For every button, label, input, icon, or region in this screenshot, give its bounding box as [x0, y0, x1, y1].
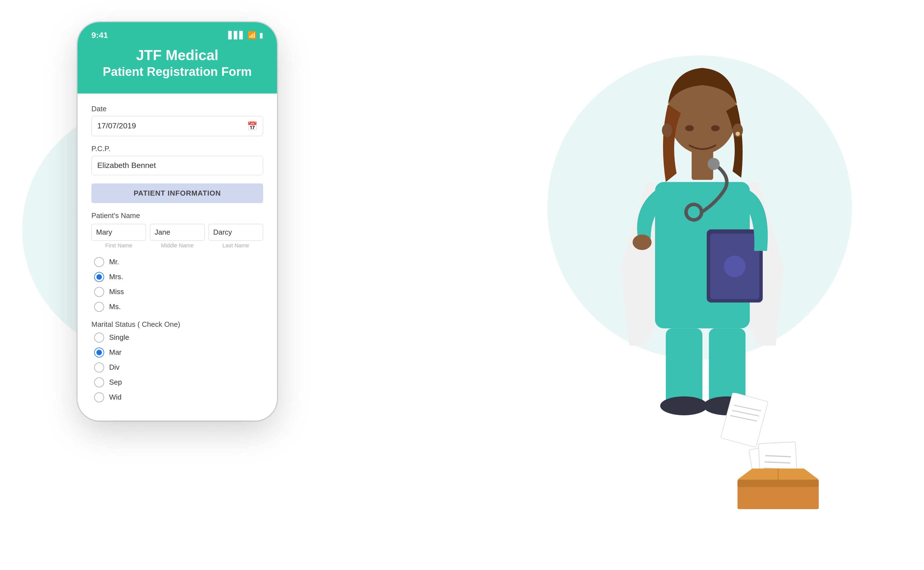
app-title-line1: JTF Medical — [91, 46, 263, 64]
radio-label-ms: Ms. — [109, 302, 121, 311]
name-fields: Mary First Name Jane Middle Name — [91, 224, 263, 249]
radio-mrs[interactable]: Mrs. — [94, 272, 263, 282]
title-radio-group: Mr. Mrs. Miss Ms. — [91, 257, 263, 312]
first-name-group: Mary First Name — [91, 224, 146, 249]
radio-circle-wid — [94, 392, 104, 402]
middle-name-label: Middle Name — [150, 242, 204, 249]
doctor-illustration — [592, 44, 813, 432]
battery-icon: ▮ — [259, 31, 263, 40]
status-bar: 9:41 ▋▋▋ 📶 ▮ — [91, 31, 263, 40]
radio-sep[interactable]: Sep — [94, 377, 263, 388]
radio-label-mr: Mr. — [109, 257, 119, 266]
last-name-input[interactable]: Darcy — [209, 224, 263, 241]
svg-point-17 — [711, 125, 720, 131]
svg-point-15 — [736, 132, 740, 136]
first-name-label: First Name — [91, 242, 146, 249]
status-icons: ▋▋▋ 📶 ▮ — [228, 31, 263, 40]
date-group: Date 17/07/2019 📅 — [91, 104, 263, 136]
scene: 9:41 ▋▋▋ 📶 ▮ JTF Medical Patient Registr… — [0, 0, 924, 570]
radio-circle-mar — [94, 348, 104, 357]
phone-body: 9:41 ▋▋▋ 📶 ▮ JTF Medical Patient Registr… — [78, 22, 277, 421]
pcp-value: Elizabeth Bennet — [97, 161, 156, 170]
radio-circle-sep — [94, 377, 104, 388]
radio-miss[interactable]: Miss — [94, 287, 263, 297]
svg-rect-24 — [738, 480, 819, 487]
radio-label-mrs: Mrs. — [109, 273, 123, 281]
app-title-line2: Patient Registration Form — [91, 64, 263, 80]
status-time: 9:41 — [91, 31, 108, 40]
radio-label-single: Single — [109, 333, 129, 342]
calendar-icon: 📅 — [247, 121, 257, 131]
svg-point-4 — [708, 158, 720, 170]
last-name-label: Last Name — [209, 242, 263, 249]
patient-name-label: Patient's Name — [91, 211, 263, 220]
marital-status-group: Marital Status ( Check One) Single Mar — [91, 320, 263, 402]
radio-circle-div — [94, 363, 104, 372]
first-name-value: Mary — [96, 228, 112, 236]
phone-header: 9:41 ▋▋▋ 📶 ▮ JTF Medical Patient Registr… — [78, 22, 277, 93]
last-name-value: Darcy — [213, 228, 232, 236]
marital-status-label: Marital Status ( Check One) — [91, 320, 263, 329]
svg-point-16 — [685, 125, 694, 131]
form-body: Date 17/07/2019 📅 P.C.P. Elizabeth Benne… — [78, 93, 277, 421]
svg-point-7 — [724, 256, 746, 277]
box-illustration — [730, 437, 841, 515]
date-label: Date — [91, 104, 263, 113]
middle-name-group: Jane Middle Name — [150, 224, 204, 249]
date-input[interactable]: 17/07/2019 📅 — [91, 116, 263, 136]
middle-name-input[interactable]: Jane — [150, 224, 204, 241]
pcp-input[interactable]: Elizabeth Bennet — [91, 156, 263, 175]
phone-frame: 9:41 ▋▋▋ 📶 ▮ JTF Medical Patient Registr… — [78, 22, 277, 421]
radio-circle-mr — [94, 257, 104, 267]
radio-label-miss: Miss — [109, 288, 124, 296]
patient-info-section-header: PATIENT INFORMATION — [91, 184, 263, 203]
radio-label-mar: Mar — [109, 348, 121, 357]
radio-ms[interactable]: Ms. — [94, 302, 263, 312]
radio-circle-mrs — [94, 272, 104, 282]
last-name-group: Darcy Last Name — [209, 224, 263, 249]
radio-circle-single — [94, 332, 104, 343]
radio-mar[interactable]: Mar — [94, 348, 263, 357]
signal-icon: ▋▋▋ — [228, 31, 245, 40]
radio-label-wid: Wid — [109, 393, 121, 401]
radio-single[interactable]: Single — [94, 332, 263, 343]
svg-point-13 — [662, 123, 672, 137]
flying-papers — [708, 393, 769, 448]
radio-label-div: Div — [109, 363, 120, 372]
pcp-label: P.C.P. — [91, 144, 263, 153]
radio-wid[interactable]: Wid — [94, 392, 263, 402]
marital-radio-group: Single Mar Div Sep — [91, 332, 263, 402]
radio-div[interactable]: Div — [94, 363, 263, 372]
wifi-icon: 📶 — [248, 31, 257, 40]
pcp-group: P.C.P. Elizabeth Bennet — [91, 144, 263, 175]
svg-point-11 — [660, 396, 708, 415]
middle-name-value: Jane — [155, 228, 170, 236]
date-value: 17/07/2019 — [97, 121, 136, 130]
radio-label-sep: Sep — [109, 378, 122, 386]
radio-mr[interactable]: Mr. — [94, 257, 263, 267]
patient-name-group: Patient's Name Mary First Name Jane — [91, 211, 263, 249]
svg-rect-26 — [720, 393, 768, 447]
svg-rect-9 — [666, 328, 703, 406]
app-title: JTF Medical Patient Registration Form — [91, 46, 263, 80]
svg-point-8 — [633, 234, 652, 250]
radio-circle-miss — [94, 287, 104, 297]
first-name-input[interactable]: Mary — [91, 224, 146, 241]
radio-circle-ms — [94, 302, 104, 312]
